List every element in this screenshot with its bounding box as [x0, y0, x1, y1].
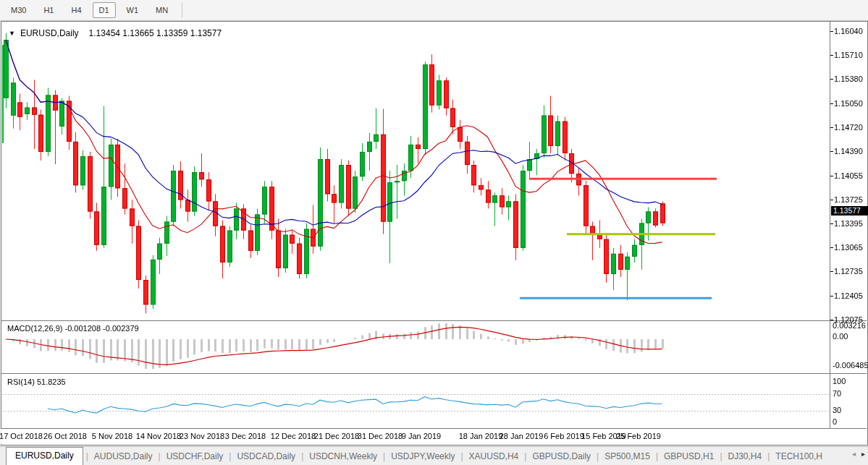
tab-audusd-daily[interactable]: AUDUSD,Daily	[91, 451, 156, 461]
macd-axis-label: 0.00	[833, 332, 848, 341]
chart-symbol-label: EURUSD,Daily	[20, 28, 79, 38]
tab-separator: |	[380, 451, 388, 461]
price-axis-label: 1.15050	[834, 99, 863, 108]
date-axis-label: 14 Nov 2018	[136, 432, 181, 440]
tab-separator: |	[458, 451, 465, 461]
date-axis-label: 23 Nov 2018	[180, 432, 224, 440]
tab-separator: |	[594, 451, 602, 461]
rsi-axis-label: 0	[833, 417, 837, 426]
chart-title: ▼ EURUSD,Daily 1.13454 1.13665 1.13359 1…	[9, 28, 222, 38]
macd-rsi-divider[interactable]	[1, 373, 867, 374]
tab-separator: |	[298, 451, 306, 461]
price-axis-label: 1.16040	[834, 27, 863, 35]
current-price-tag: 1.13577	[831, 206, 868, 216]
application-window: M30 H1 H4 D1 W1 MN ▼ EURUSD,Daily 1.1345…	[0, 0, 868, 465]
price-chart-canvas[interactable]	[0, 0, 868, 465]
tab-xauusd-h4[interactable]: XAUUSD,H4	[466, 451, 522, 461]
tab-separator: |	[521, 451, 529, 461]
tab-scroll-arrows: ◂ ▸	[848, 450, 865, 458]
price-axis-label: 1.13065	[834, 243, 863, 252]
tab-usdjpy-weekly[interactable]: USDJPY,Weekly	[388, 451, 458, 461]
date-axis-label: 17 Oct 2018	[0, 432, 43, 440]
main-macd-divider[interactable]	[1, 320, 867, 321]
tab-dj30-h4[interactable]: DJ30,H4	[725, 451, 765, 461]
rsi-axis-label: 30	[833, 406, 841, 414]
timeframe-button-w1[interactable]: W1	[120, 2, 146, 18]
price-axis-label: 1.13725	[834, 195, 863, 204]
chart-tab-bar: EURUSD,Daily|AUDUSD,Daily|USDCHF,Daily|U…	[0, 446, 868, 465]
tab-gbpusd-daily[interactable]: GBPUSD,Daily	[529, 451, 594, 461]
tab-usdcad-daily[interactable]: USDCAD,Daily	[234, 451, 298, 461]
timeframe-toolbar: M30 H1 H4 D1 W1 MN	[0, 0, 868, 21]
timeframe-button-d1[interactable]: D1	[93, 2, 116, 18]
timeframe-button-h1[interactable]: H1	[37, 2, 60, 18]
price-axis-label: 1.15710	[834, 51, 863, 59]
date-axis-label: 12 Dec 2018	[271, 432, 316, 440]
macd-axis-label: 0.003216	[833, 321, 866, 330]
date-axis-label: 3 Dec 2018	[225, 432, 266, 440]
rsi-axis-label: 100	[833, 377, 846, 385]
rsi-axis-label: 70	[833, 389, 841, 398]
price-axis-label: 1.13395	[834, 219, 863, 228]
date-axis-label: 5 Nov 2018	[92, 432, 132, 440]
date-axis-label: 26 Oct 2018	[43, 432, 87, 440]
timeframe-button-m30[interactable]: M30	[4, 2, 33, 18]
chart-ohlc-values: 1.13454 1.13665 1.13359 1.13577	[89, 28, 222, 38]
price-axis-label: 1.14390	[834, 147, 863, 155]
macd-indicator-label: MACD(12,26,9) -0.001208 -0.002379	[7, 324, 139, 333]
tabs-scroll-left-icon[interactable]: ◂	[852, 450, 856, 458]
tab-separator: |	[653, 451, 661, 461]
date-axis-label: 25 Feb 2019	[616, 432, 661, 440]
price-axis-label: 1.14720	[834, 123, 863, 132]
timeframe-button-h4[interactable]: H4	[64, 2, 88, 18]
date-axis-label: 31 Dec 2018	[358, 432, 403, 440]
price-axis-label: 1.12735	[834, 267, 863, 276]
date-axis-label: 21 Dec 2018	[314, 432, 359, 440]
tab-separator: |	[83, 451, 91, 461]
macd-axis-label: -0.006485	[833, 361, 868, 370]
date-axis-label: 9 Jan 2019	[402, 432, 441, 440]
tab-tech100-h[interactable]: TECH100,H	[772, 451, 825, 461]
tab-gbpusd-h1[interactable]: GBPUSD,H1	[661, 451, 717, 461]
tab-usdchf-daily[interactable]: USDCHF,Daily	[164, 451, 227, 461]
price-axis-label: 1.15380	[834, 74, 863, 83]
tab-separator: |	[156, 451, 164, 461]
price-axis-label: 1.14055	[834, 171, 863, 180]
date-axis-label: 18 Jan 2019	[459, 432, 503, 440]
toolbar-separator	[182, 3, 182, 17]
rsi-indicator-label: RSI(14) 51.8235	[7, 377, 66, 386]
tabs-scroll-right-icon[interactable]: ▸	[861, 450, 865, 458]
date-axis-label: 6 Feb 2019	[544, 432, 584, 440]
timeframe-button-mn[interactable]: MN	[149, 2, 174, 18]
tab-eurusd-daily[interactable]: EURUSD,Daily	[6, 447, 83, 465]
tab-separator: |	[226, 451, 234, 461]
tab-separator: |	[764, 451, 772, 461]
tab-separator: |	[717, 451, 725, 461]
symbol-dropdown-icon[interactable]: ▼	[9, 30, 15, 37]
price-axis-label: 1.12405	[834, 291, 863, 300]
price-axis-border	[830, 21, 830, 429]
tab-sp500-m15[interactable]: SP500,M15	[602, 451, 653, 461]
tab-usdcnh-weekly[interactable]: USDCNH,Weekly	[306, 451, 380, 461]
date-axis-label: 28 Jan 2019	[500, 432, 544, 440]
